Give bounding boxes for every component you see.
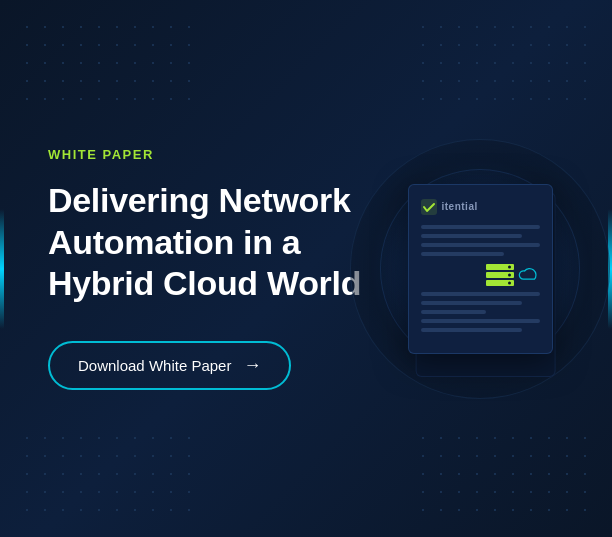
right-content: itential [388,184,572,354]
dots-top-left [18,18,198,108]
arrow-icon: → [243,355,261,376]
doc-line-3 [421,243,540,247]
doc-logo: itential [421,199,540,215]
doc-server-illustration [421,264,540,286]
doc-line-8 [421,319,540,323]
dots-bottom-right [414,429,594,519]
brand-check-icon [421,199,437,215]
download-button-label: Download White Paper [78,357,231,374]
document-illustration: itential [408,184,553,354]
server-rack-2 [486,272,514,278]
doc-line-2 [421,234,522,238]
server-rack-3 [486,280,514,286]
doc-line-9 [421,328,522,332]
doc-line-5 [421,292,540,296]
left-content: WHITE PAPER Delivering Network Automatio… [48,147,388,389]
promo-card: WHITE PAPER Delivering Network Automatio… [0,0,612,537]
brand-name: itential [442,201,478,212]
section-label: WHITE PAPER [48,147,388,162]
server-rack-1 [486,264,514,270]
dots-top-right [414,18,594,108]
server-icon [486,264,514,286]
accent-bar-left [0,209,4,329]
cloud-icon [518,268,540,282]
main-title: Delivering Network Automation in a Hybri… [48,180,388,304]
dots-bottom-left [18,429,198,519]
doc-line-7 [421,310,486,314]
doc-line-1 [421,225,540,229]
doc-line-4 [421,252,504,256]
doc-line-6 [421,301,522,305]
download-button[interactable]: Download White Paper → [48,341,291,390]
